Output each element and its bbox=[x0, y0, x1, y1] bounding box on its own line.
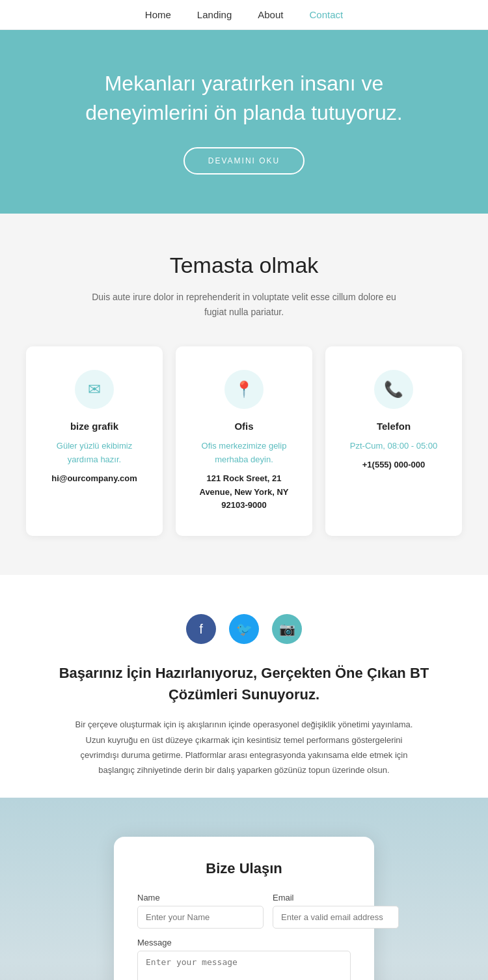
name-group: Name bbox=[137, 893, 264, 929]
nav-home[interactable]: Home bbox=[145, 9, 171, 20]
instagram-icon[interactable]: 📷 bbox=[272, 614, 302, 644]
hero-button[interactable]: DEVAMINI OKU bbox=[183, 147, 305, 175]
social-heading: Başarınız İçin Hazırlanıyoruz, Gerçekten… bbox=[39, 662, 449, 705]
message-input[interactable] bbox=[137, 951, 351, 980]
name-email-row: Name Email bbox=[137, 893, 351, 929]
info-cards: ✉ bize grafik Güler yüzlü ekibimiz yardı… bbox=[26, 346, 462, 536]
phone-card: 📞 Telefon Pzt-Cum, 08:00 - 05:00 +1(555)… bbox=[325, 346, 462, 536]
email-card: ✉ bize grafik Güler yüzlü ekibimiz yardı… bbox=[26, 346, 163, 536]
email-card-detail: hi@ourcompany.com bbox=[42, 472, 147, 486]
social-section: f 🐦 📷 Başarınız İçin Hazırlanıyoruz, Ger… bbox=[0, 575, 488, 798]
facebook-icon[interactable]: f bbox=[186, 614, 216, 644]
navigation: Home Landing About Contact bbox=[0, 0, 488, 30]
contact-info-section: Temasta olmak Duis aute irure dolor in r… bbox=[0, 214, 488, 576]
twitter-icon[interactable]: 🐦 bbox=[229, 614, 259, 644]
nav-about[interactable]: About bbox=[258, 9, 283, 20]
email-label: Email bbox=[273, 893, 399, 903]
office-card-title: Ofis bbox=[191, 421, 297, 432]
phone-icon: 📞 bbox=[374, 370, 413, 409]
contact-title: Temasta olmak bbox=[26, 253, 462, 278]
contact-form-card: Bize Ulaşın Name Email Message Gallery bbox=[114, 837, 374, 980]
email-input[interactable] bbox=[273, 906, 399, 929]
hero-heading: Mekanları yaratırken insanı ve deneyimle… bbox=[52, 69, 436, 128]
hero-section: Mekanları yaratırken insanı ve deneyimle… bbox=[0, 30, 488, 214]
office-card-link: Ofis merkezimize gelip merhaba deyin. bbox=[191, 440, 297, 467]
email-card-title: bize grafik bbox=[42, 421, 147, 432]
contact-subtitle: Duis aute irure dolor in reprehenderit i… bbox=[81, 290, 407, 321]
phone-card-title: Telefon bbox=[341, 421, 446, 432]
message-group: Message bbox=[137, 938, 351, 980]
phone-card-link: Pzt-Cum, 08:00 - 05:00 bbox=[341, 440, 446, 453]
email-card-link: Güler yüzlü ekibimiz yardıma hazır. bbox=[42, 440, 147, 467]
email-group: Email bbox=[273, 893, 399, 929]
phone-card-detail: +1(555) 000-000 bbox=[341, 458, 446, 472]
nav-landing[interactable]: Landing bbox=[197, 9, 232, 20]
message-label: Message bbox=[137, 938, 351, 947]
name-label: Name bbox=[137, 893, 264, 903]
email-icon: ✉ bbox=[75, 370, 114, 409]
name-input[interactable] bbox=[137, 906, 264, 929]
form-title: Bize Ulaşın bbox=[137, 860, 351, 877]
nav-contact[interactable]: Contact bbox=[309, 9, 343, 20]
social-body: Bir çerçeve oluşturmak için iş akışların… bbox=[68, 717, 420, 778]
form-section: Bize Ulaşın Name Email Message Gallery bbox=[0, 798, 488, 980]
office-card-detail: 121 Rock Sreet, 21 Avenue, New York, NY … bbox=[191, 472, 297, 512]
social-icons-row: f 🐦 📷 bbox=[39, 614, 449, 644]
location-icon: 📍 bbox=[224, 370, 264, 409]
office-card: 📍 Ofis Ofis merkezimize gelip merhaba de… bbox=[176, 346, 312, 536]
